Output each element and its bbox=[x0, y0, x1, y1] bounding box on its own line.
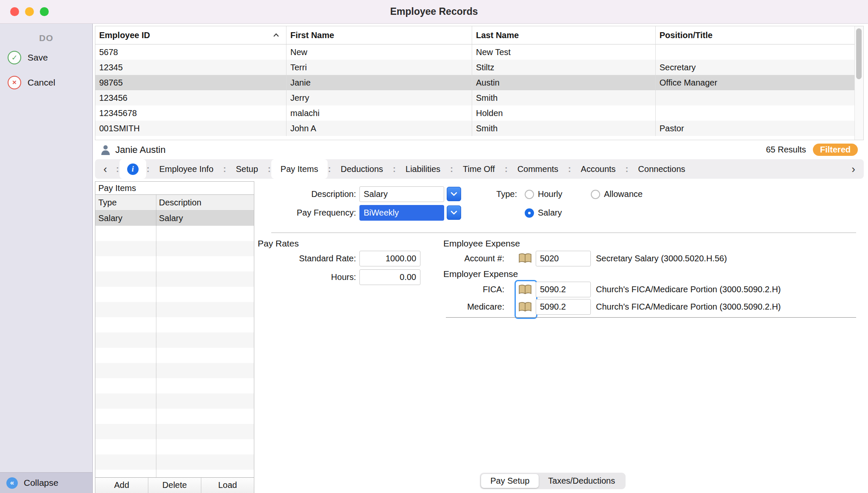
column-header-last-name[interactable]: Last Name bbox=[472, 26, 656, 44]
tab-time-off[interactable]: Time Off bbox=[453, 159, 504, 179]
pay-item-detail: Description: Type: Hourly Allowance bbox=[254, 179, 864, 493]
load-button[interactable]: Load bbox=[201, 478, 254, 493]
fica-lookup-book-icon[interactable] bbox=[518, 283, 532, 296]
window-title: Employee Records bbox=[390, 6, 478, 17]
title-bar: Employee Records bbox=[0, 0, 868, 24]
tab-taxes-deductions[interactable]: Taxes/Deductions bbox=[539, 474, 624, 488]
employee-table-header: Employee ID First Name Last Name Positio… bbox=[95, 26, 863, 44]
cell-last-name: Stiltz bbox=[472, 60, 656, 75]
table-row[interactable]: 12345678 malachi Holden bbox=[95, 105, 863, 121]
collapse-button[interactable]: « Collapse bbox=[0, 472, 92, 493]
cancel-button[interactable]: × Cancel bbox=[0, 72, 92, 93]
cell-first-name: Terri bbox=[287, 60, 472, 75]
cell-first-name: John A bbox=[287, 121, 472, 136]
account-lookup-book-icon[interactable] bbox=[518, 252, 532, 265]
pay-item-row-selected[interactable]: Salary Salary bbox=[95, 210, 254, 226]
column-header-employee-id[interactable]: Employee ID bbox=[95, 26, 287, 44]
check-circle-icon: ✓ bbox=[8, 51, 21, 64]
tab-deductions[interactable]: Deductions bbox=[331, 159, 392, 179]
vertical-scrollbar[interactable] bbox=[854, 26, 863, 140]
cell-employee-id: 98765 bbox=[95, 75, 287, 90]
cell-last-name: Holden bbox=[472, 105, 656, 121]
table-row-selected[interactable]: 98765 Janie Austin Office Manager bbox=[95, 75, 863, 90]
description-dropdown-button[interactable] bbox=[447, 187, 461, 201]
column-label: Employee ID bbox=[99, 26, 150, 44]
record-name: Janie Austin bbox=[115, 144, 166, 155]
table-row[interactable]: 123456 Jerry Smith bbox=[95, 90, 863, 105]
tab-accounts[interactable]: Accounts bbox=[571, 159, 625, 179]
employer-expense-heading: Employer Expense bbox=[443, 269, 518, 280]
column-header-description[interactable]: Description bbox=[156, 195, 254, 210]
pay-items-column-headers: Type Description bbox=[95, 195, 254, 210]
column-divider bbox=[156, 194, 156, 478]
cell-employee-id: 12345 bbox=[95, 60, 287, 75]
tab-setup[interactable]: Setup bbox=[227, 159, 267, 179]
cancel-label: Cancel bbox=[28, 78, 55, 88]
pay-frequency-select[interactable]: BiWeekly bbox=[359, 205, 444, 221]
standard-rate-label: Standard Rate: bbox=[254, 251, 356, 266]
radio-label: Allowance bbox=[604, 189, 643, 199]
cell-employee-id: 001SMITH bbox=[95, 121, 287, 136]
hours-label: Hours: bbox=[254, 269, 356, 285]
pay-frequency-dropdown-button[interactable] bbox=[447, 205, 461, 220]
results-count: 65 Results bbox=[766, 145, 806, 155]
medicare-lookup-book-icon[interactable] bbox=[518, 300, 532, 314]
delete-button[interactable]: Delete bbox=[148, 478, 201, 493]
account-number-input[interactable] bbox=[536, 251, 591, 266]
scrollbar-thumb[interactable] bbox=[856, 28, 862, 79]
pay-items-panel: Pay Items Type Description Salary Salary… bbox=[95, 181, 254, 493]
tabs-scroll-left[interactable]: ‹ bbox=[95, 159, 116, 179]
tab-pay-setup[interactable]: Pay Setup bbox=[481, 474, 539, 488]
fica-label: FICA: bbox=[403, 282, 504, 297]
tab-pay-items[interactable]: Pay Items bbox=[271, 159, 328, 179]
close-window-icon[interactable] bbox=[10, 7, 19, 16]
save-button[interactable]: ✓ Save bbox=[0, 47, 92, 68]
medicare-label: Medicare: bbox=[403, 299, 504, 315]
cell-description: Salary bbox=[156, 210, 254, 226]
tab-info[interactable]: i bbox=[120, 159, 146, 179]
medicare-account-input[interactable] bbox=[536, 299, 591, 315]
radio-selected-icon bbox=[525, 208, 534, 218]
cell-type: Salary bbox=[95, 210, 156, 226]
chevron-down-icon bbox=[451, 192, 457, 196]
chevron-down-icon bbox=[451, 210, 457, 215]
main-area: DO ✓ Save × Cancel « Collapse Employee I… bbox=[0, 24, 868, 493]
cell-last-name: New Test bbox=[472, 44, 656, 60]
zoom-window-icon[interactable] bbox=[40, 7, 49, 16]
add-button[interactable]: Add bbox=[95, 478, 148, 493]
radio-label: Hourly bbox=[538, 189, 562, 199]
tab-liabilities[interactable]: Liabilities bbox=[396, 159, 450, 179]
column-header-type[interactable]: Type bbox=[95, 195, 156, 210]
account-number-label: Account #: bbox=[403, 251, 504, 266]
radio-hourly[interactable]: Hourly bbox=[525, 186, 562, 202]
filtered-badge[interactable]: Filtered bbox=[813, 144, 858, 156]
table-row[interactable]: 001SMITH John A Smith Pastor bbox=[95, 121, 863, 136]
type-label: Type: bbox=[475, 186, 517, 202]
cell-first-name: Jerry bbox=[287, 90, 472, 105]
table-row[interactable]: 5678 New New Test bbox=[95, 44, 863, 60]
radio-allowance[interactable]: Allowance bbox=[591, 186, 643, 202]
radio-salary[interactable]: Salary bbox=[525, 205, 562, 221]
bottom-tab-bar: Pay Setup Taxes/Deductions bbox=[480, 473, 626, 489]
double-chevron-left-icon: « bbox=[6, 477, 18, 489]
minimize-window-icon[interactable] bbox=[25, 7, 34, 16]
tab-connections[interactable]: Connections bbox=[629, 159, 695, 179]
cell-last-name: Smith bbox=[472, 121, 656, 136]
fica-account-input[interactable] bbox=[536, 282, 591, 297]
tab-bar: ‹ : i : Employee Info : Setup : Pay Item… bbox=[95, 159, 864, 179]
tab-comments[interactable]: Comments bbox=[508, 159, 568, 179]
tabs-scroll-right[interactable]: › bbox=[843, 159, 864, 179]
description-input[interactable] bbox=[359, 186, 444, 202]
fica-account-description: Church's FICA/Medicare Portion (3000.509… bbox=[596, 282, 781, 297]
radio-icon bbox=[525, 190, 534, 199]
workspace: Pay Items Type Description Salary Salary… bbox=[95, 179, 864, 493]
tab-separator: : bbox=[625, 159, 629, 179]
account-description: Secretary Salary (3000.5020.H.56) bbox=[596, 251, 727, 266]
table-row[interactable]: 12345 Terri Stiltz Secretary bbox=[95, 60, 863, 75]
tab-employee-info[interactable]: Employee Info bbox=[150, 159, 223, 179]
description-label: Description: bbox=[254, 186, 356, 202]
x-circle-icon: × bbox=[8, 76, 21, 89]
tab-separator: : bbox=[146, 159, 150, 179]
column-header-position[interactable]: Position/Title bbox=[656, 26, 856, 44]
column-header-first-name[interactable]: First Name bbox=[287, 26, 472, 44]
